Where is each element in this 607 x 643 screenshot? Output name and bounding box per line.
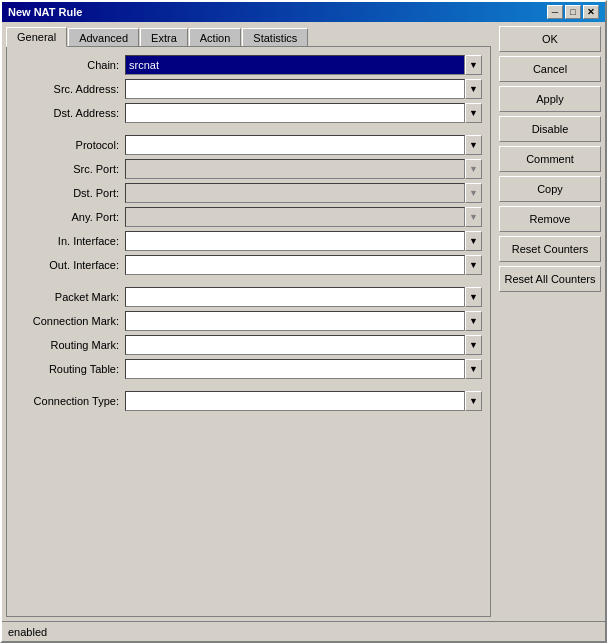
connection-mark-input[interactable]: [125, 311, 465, 331]
tab-advanced[interactable]: Advanced: [68, 28, 139, 48]
title-bar: New NAT Rule ─ □ ✕: [2, 2, 605, 22]
src-address-label: Src. Address:: [15, 83, 125, 95]
dst-address-label: Dst. Address:: [15, 107, 125, 119]
apply-button[interactable]: Apply: [499, 86, 601, 112]
disable-button[interactable]: Disable: [499, 116, 601, 142]
src-address-input[interactable]: [125, 79, 465, 99]
tab-general[interactable]: General: [6, 27, 67, 47]
routing-mark-dropdown-btn[interactable]: ▼: [465, 335, 482, 355]
connection-mark-row: Connection Mark: ▼: [15, 311, 482, 331]
routing-table-row: Routing Table: ▼: [15, 359, 482, 379]
chain-dropdown-btn[interactable]: ▼: [465, 55, 482, 75]
window: New NAT Rule ─ □ ✕ General Advanced Extr…: [0, 0, 607, 643]
restore-button[interactable]: □: [565, 5, 581, 19]
tab-extra[interactable]: Extra: [140, 28, 188, 48]
protocol-input-wrapper: ▼: [125, 135, 482, 155]
src-port-input-wrapper: ▼: [125, 159, 482, 179]
packet-mark-row: Packet Mark: ▼: [15, 287, 482, 307]
ok-button[interactable]: OK: [499, 26, 601, 52]
out-interface-dropdown-btn[interactable]: ▼: [465, 255, 482, 275]
connection-mark-input-wrapper: ▼: [125, 311, 482, 331]
tab-statistics[interactable]: Statistics: [242, 28, 308, 48]
packet-mark-dropdown-btn[interactable]: ▼: [465, 287, 482, 307]
in-interface-label: In. Interface:: [15, 235, 125, 247]
tab-action[interactable]: Action: [189, 28, 242, 48]
connection-mark-label: Connection Mark:: [15, 315, 125, 327]
reset-all-counters-button[interactable]: Reset All Counters: [499, 266, 601, 292]
out-interface-input-wrapper: ▼: [125, 255, 482, 275]
dst-port-input-wrapper: ▼: [125, 183, 482, 203]
chain-input-wrapper: ▼: [125, 55, 482, 75]
src-address-dropdown-btn[interactable]: ▼: [465, 79, 482, 99]
remove-button[interactable]: Remove: [499, 206, 601, 232]
dst-address-row: Dst. Address: ▼: [15, 103, 482, 123]
reset-counters-button[interactable]: Reset Counters: [499, 236, 601, 262]
protocol-dropdown-btn[interactable]: ▼: [465, 135, 482, 155]
protocol-label: Protocol:: [15, 139, 125, 151]
routing-mark-label: Routing Mark:: [15, 339, 125, 351]
packet-mark-input-wrapper: ▼: [125, 287, 482, 307]
routing-mark-input-wrapper: ▼: [125, 335, 482, 355]
src-port-label: Src. Port:: [15, 163, 125, 175]
packet-mark-input[interactable]: [125, 287, 465, 307]
window-title: New NAT Rule: [8, 6, 82, 18]
out-interface-label: Out. Interface:: [15, 259, 125, 271]
dst-port-input[interactable]: [125, 183, 465, 203]
status-bar: enabled: [2, 621, 605, 641]
form-container: Chain: ▼ Src. Address: ▼ Dst.: [6, 46, 491, 617]
in-interface-input-wrapper: ▼: [125, 231, 482, 251]
tabs: General Advanced Extra Action Statistics: [6, 26, 491, 46]
any-port-label: Any. Port:: [15, 211, 125, 223]
routing-mark-row: Routing Mark: ▼: [15, 335, 482, 355]
src-address-input-wrapper: ▼: [125, 79, 482, 99]
src-port-row: Src. Port: ▼: [15, 159, 482, 179]
content-area: General Advanced Extra Action Statistics…: [2, 22, 605, 621]
cancel-button[interactable]: Cancel: [499, 56, 601, 82]
close-button[interactable]: ✕: [583, 5, 599, 19]
any-port-input-wrapper: ▼: [125, 207, 482, 227]
packet-mark-label: Packet Mark:: [15, 291, 125, 303]
src-address-row: Src. Address: ▼: [15, 79, 482, 99]
out-interface-input[interactable]: [125, 255, 465, 275]
in-interface-row: In. Interface: ▼: [15, 231, 482, 251]
connection-type-dropdown-btn[interactable]: ▼: [465, 391, 482, 411]
title-bar-buttons: ─ □ ✕: [547, 5, 599, 19]
dst-address-dropdown-btn[interactable]: ▼: [465, 103, 482, 123]
connection-type-row: Connection Type: ▼: [15, 391, 482, 411]
dst-port-row: Dst. Port: ▼: [15, 183, 482, 203]
any-port-input[interactable]: [125, 207, 465, 227]
out-interface-row: Out. Interface: ▼: [15, 255, 482, 275]
dst-port-dropdown-btn: ▼: [465, 183, 482, 203]
minimize-button[interactable]: ─: [547, 5, 563, 19]
chain-row: Chain: ▼: [15, 55, 482, 75]
connection-mark-dropdown-btn[interactable]: ▼: [465, 311, 482, 331]
dst-address-input-wrapper: ▼: [125, 103, 482, 123]
connection-type-input-wrapper: ▼: [125, 391, 482, 411]
protocol-row: Protocol: ▼: [15, 135, 482, 155]
any-port-dropdown-btn: ▼: [465, 207, 482, 227]
comment-button[interactable]: Comment: [499, 146, 601, 172]
dst-port-label: Dst. Port:: [15, 187, 125, 199]
status-text: enabled: [8, 626, 47, 638]
src-port-dropdown-btn: ▼: [465, 159, 482, 179]
routing-table-dropdown-btn[interactable]: ▼: [465, 359, 482, 379]
dst-address-input[interactable]: [125, 103, 465, 123]
routing-table-input[interactable]: [125, 359, 465, 379]
side-buttons: OK Cancel Apply Disable Comment Copy Rem…: [495, 22, 605, 621]
routing-table-label: Routing Table:: [15, 363, 125, 375]
routing-mark-input[interactable]: [125, 335, 465, 355]
any-port-row: Any. Port: ▼: [15, 207, 482, 227]
connection-type-input[interactable]: [125, 391, 465, 411]
chain-input[interactable]: [125, 55, 465, 75]
copy-button[interactable]: Copy: [499, 176, 601, 202]
main-panel: General Advanced Extra Action Statistics…: [2, 22, 495, 621]
src-port-input[interactable]: [125, 159, 465, 179]
chain-label: Chain:: [15, 59, 125, 71]
in-interface-input[interactable]: [125, 231, 465, 251]
connection-type-label: Connection Type:: [15, 395, 125, 407]
protocol-input[interactable]: [125, 135, 465, 155]
in-interface-dropdown-btn[interactable]: ▼: [465, 231, 482, 251]
routing-table-input-wrapper: ▼: [125, 359, 482, 379]
